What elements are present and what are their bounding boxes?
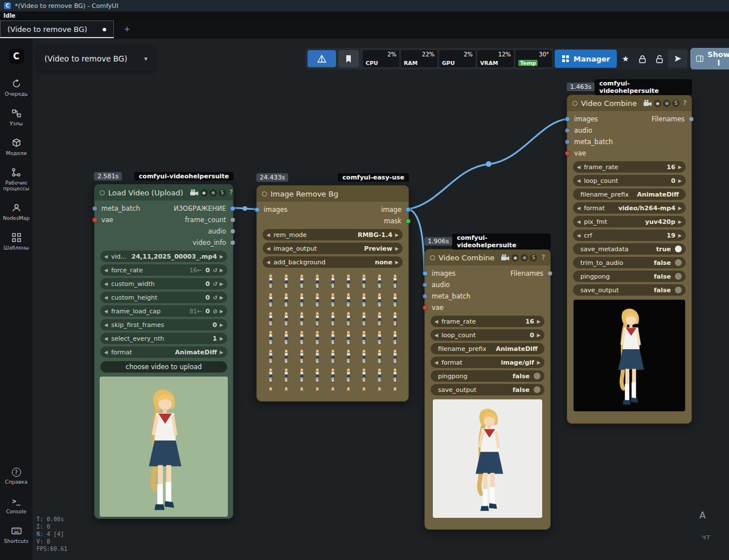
input-port-dot[interactable]	[423, 294, 428, 299]
widget-decrement-icon[interactable]: ◀	[267, 232, 270, 238]
widget-crf[interactable]: ◀crf19▶	[573, 230, 686, 241]
input-port-dot[interactable]	[565, 151, 570, 156]
reset-icon[interactable]: ↺	[212, 281, 217, 287]
widget-increment-icon[interactable]: ▶	[537, 360, 540, 365]
input-meta-batch[interactable]: meta_batch	[432, 292, 470, 300]
widget-increment-icon[interactable]: ▶	[395, 260, 399, 265]
collapse-dot[interactable]	[430, 255, 435, 260]
reroute-dot[interactable]	[243, 206, 247, 211]
widget-increment-icon[interactable]: ▶	[395, 246, 399, 251]
input-audio[interactable]: audio	[432, 281, 450, 289]
widget-decrement-icon[interactable]: ◀	[577, 178, 580, 183]
input-meta-batch[interactable]: meta_batch	[101, 205, 140, 212]
widget-increment-icon[interactable]: ▶	[220, 309, 223, 314]
node-help-icon[interactable]: ?	[683, 99, 686, 107]
canvas-tool-button[interactable]	[308, 50, 336, 67]
toggle-knob[interactable]	[675, 273, 682, 280]
node-body[interactable]: Image Remove Bg images image mask ◀rem_m…	[256, 185, 409, 402]
tab-video-to-remove-bg[interactable]: (Video to remove BG) ●	[0, 21, 114, 38]
toggle-knob[interactable]	[675, 246, 682, 252]
output-port-dot[interactable]	[406, 219, 411, 224]
widget-increment-icon[interactable]: ▶	[537, 319, 540, 324]
widget-decrement-icon[interactable]: ◀	[577, 206, 580, 211]
widget-custom-width[interactable]: ◀custom_width0↺▶	[100, 278, 227, 289]
output-image[interactable]: image	[381, 206, 402, 214]
widget-image-output[interactable]: ◀image_outputPreview▶	[263, 243, 403, 254]
widget-decrement-icon[interactable]: ◀	[104, 254, 108, 259]
input-port-dot[interactable]	[565, 128, 570, 133]
toggle-knob[interactable]	[675, 287, 682, 293]
input-vae[interactable]: vae	[432, 304, 444, 312]
input-meta-batch[interactable]: meta_batch	[574, 138, 613, 146]
sidebar-item-queue[interactable]: Очередь	[0, 79, 32, 97]
widget-decrement-icon[interactable]: ◀	[104, 350, 108, 355]
widget-decrement-icon[interactable]: ◀	[435, 360, 438, 365]
widget-format[interactable]: ◀formatAnimateDiff▶	[100, 346, 227, 358]
widget-increment-icon[interactable]: ▶	[220, 268, 223, 273]
input-images[interactable]: images	[264, 206, 288, 214]
sidebar-item-nodes[interactable]: Узлы	[0, 108, 32, 126]
input-images[interactable]: images	[574, 115, 598, 123]
widget-increment-icon[interactable]: ▶	[678, 178, 682, 183]
node-body[interactable]: Video Combine ◉ ⊕ S ? images Filenames a…	[567, 95, 692, 424]
input-port-dot[interactable]	[92, 218, 97, 223]
widget-decrement-icon[interactable]: ◀	[104, 268, 108, 273]
widget-skip-first-frames[interactable]: ◀skip_first_frames0▶	[100, 319, 227, 330]
preview-toggle-icon[interactable]: ◉	[654, 100, 661, 107]
output-video-info[interactable]: video_info	[193, 239, 226, 247]
widget-decrement-icon[interactable]: ◀	[577, 165, 580, 170]
sidebar-item-help[interactable]: ? Справка	[0, 468, 32, 485]
input-port-dot[interactable]	[92, 206, 97, 211]
wire-removebg-to-combine-top[interactable]	[409, 119, 567, 209]
widget-increment-icon[interactable]: ▶	[220, 336, 223, 341]
widget-rem-mode[interactable]: ◀rem_modeRMBG-1.4▶	[263, 229, 403, 240]
widget-pingpong[interactable]: pingpongfalse	[573, 271, 686, 282]
lock-button[interactable]	[634, 50, 651, 68]
sidebar-item-workflows[interactable]: Рабочие процессы	[0, 167, 32, 191]
sidebar-item-templates[interactable]: Шаблоны	[0, 232, 32, 251]
widget-decrement-icon[interactable]: ◀	[577, 219, 580, 224]
output-port-dot[interactable]	[230, 240, 235, 246]
reset-icon[interactable]: ↺	[212, 267, 217, 273]
bookmark-button[interactable]	[338, 50, 359, 67]
collapse-dot[interactable]	[572, 101, 578, 106]
output-port-dot[interactable]	[406, 207, 411, 212]
input-vae[interactable]: vae	[101, 216, 113, 224]
output-audio[interactable]: audio	[208, 227, 226, 235]
node-video-combine-top[interactable]: 1.463s comfyui-videohelpersuite Video Co…	[567, 82, 692, 424]
node-help-icon[interactable]: ?	[542, 254, 545, 261]
widget-loop-count[interactable]: ◀loop_count0▶	[573, 175, 686, 186]
widget-increment-icon[interactable]: ▶	[220, 350, 223, 355]
widget-force-rate[interactable]: ◀force_rate16←0↺▶	[100, 264, 227, 276]
widget-frame-rate[interactable]: ◀frame_rate16▶	[431, 316, 544, 327]
widget-decrement-icon[interactable]: ◀	[104, 295, 108, 300]
output-filenames[interactable]: Filenames	[510, 269, 543, 277]
widget-frame-load-cap[interactable]: ◀frame_load_cap81←0⊘▶	[100, 305, 227, 317]
s-badge-icon[interactable]: S	[672, 100, 679, 107]
widget-pingpong[interactable]: pingpongfalse	[431, 370, 544, 382]
node-load-video[interactable]: 2.581s comfyui-videohelpersuite Load Vid…	[94, 171, 234, 519]
choose-video-button[interactable]: choose video to upload	[100, 361, 227, 373]
node-image-remove-bg[interactable]: 24.433s comfyui-easy-use Image Remove Bg…	[256, 173, 409, 402]
widget-increment-icon[interactable]: ▶	[220, 322, 223, 328]
s-badge-icon[interactable]: S	[219, 189, 226, 197]
output-port-dot[interactable]	[230, 229, 235, 234]
add-icon[interactable]: ⊕	[521, 254, 528, 261]
show-panel-button[interactable]: Show l	[690, 48, 729, 70]
add-icon[interactable]: ⊕	[210, 189, 217, 197]
widget-trim-to-audio[interactable]: trim_to_audiofalse	[573, 257, 686, 268]
widget-increment-icon[interactable]: ▶	[220, 295, 223, 300]
input-audio[interactable]: audio	[574, 126, 592, 134]
input-vae[interactable]: vae	[574, 149, 586, 157]
comfyui-logo[interactable]: C	[9, 49, 24, 64]
input-port-dot[interactable]	[423, 305, 428, 310]
input-port-dot[interactable]	[565, 117, 570, 122]
widget-custom-height[interactable]: ◀custom_height0↺▶	[100, 292, 227, 303]
output-image[interactable]: ИЗОБРАЖЕНИЕ	[174, 205, 226, 212]
output-port-dot[interactable]	[689, 117, 694, 122]
widget-format[interactable]: ◀formatimage/gif▶	[431, 357, 544, 368]
widget-filename-prefix[interactable]: filename_prefixAnimateDiff	[431, 343, 544, 354]
sidebar-item-nodesmap[interactable]: NodesMap	[0, 203, 32, 221]
widget-video-file[interactable]: ◀vid...24,11,2025_00003_.mp4▶	[100, 251, 227, 262]
input-images[interactable]: images	[432, 269, 456, 277]
